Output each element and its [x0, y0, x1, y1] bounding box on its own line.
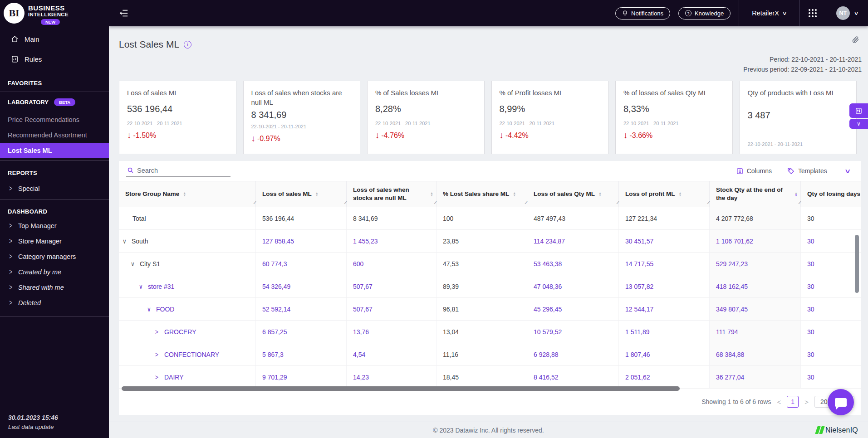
column-header[interactable]: Loss of sales Qty ML: [534, 190, 595, 198]
row-label[interactable]: City S1: [140, 260, 160, 268]
notifications-button[interactable]: Notifications: [615, 7, 670, 19]
chevron-down-icon[interactable]: ∨: [147, 305, 152, 313]
column-header[interactable]: Loss of sales ML: [262, 190, 312, 198]
cell[interactable]: 6 857,25: [256, 321, 347, 343]
apps-grid-icon[interactable]: [799, 9, 826, 17]
sidebar-item-rules[interactable]: Rules: [0, 49, 109, 69]
chevron-down-icon[interactable]: ∨: [131, 260, 136, 268]
sort-icon-active[interactable]: ▲▼: [794, 192, 798, 196]
info-icon[interactable]: i: [184, 41, 191, 49]
cell[interactable]: 1 106 701,62: [710, 230, 801, 252]
horizontal-scrollbar[interactable]: [122, 386, 680, 391]
chevron-right-icon[interactable]: >: [155, 350, 161, 358]
row-label[interactable]: FOOD: [156, 306, 174, 313]
cell[interactable]: 111 794: [710, 321, 801, 343]
vertical-scrollbar[interactable]: [855, 235, 859, 293]
cell[interactable]: 14,23: [347, 366, 436, 388]
collapse-table-chevron[interactable]: ∨: [844, 167, 851, 175]
page-number[interactable]: 1: [787, 396, 799, 408]
cell[interactable]: 10 579,52: [527, 321, 619, 343]
sort-icon[interactable]: ▲▼: [315, 192, 319, 196]
cell[interactable]: 1 455,23: [347, 230, 436, 252]
templates-button[interactable]: Templates: [787, 167, 827, 175]
row-label[interactable]: South: [132, 238, 148, 245]
column-header[interactable]: Loss of profit ML: [625, 190, 675, 198]
cell[interactable]: 30: [801, 298, 861, 320]
search-input[interactable]: [137, 167, 230, 174]
chevron-down-icon[interactable]: ∨: [139, 282, 144, 290]
cell[interactable]: 30: [801, 253, 861, 275]
chevron-down-icon[interactable]: ∨: [123, 237, 128, 245]
cell[interactable]: 1 807,46: [619, 343, 710, 365]
row-label[interactable]: DAIRY: [164, 374, 184, 381]
chat-button[interactable]: [828, 389, 854, 415]
cell[interactable]: 60 774,3: [256, 253, 347, 275]
cell[interactable]: 30: [801, 230, 861, 252]
column-resize-handle[interactable]: ∕∕: [525, 200, 526, 206]
cell[interactable]: 30: [801, 343, 861, 365]
sidebar-item-price-recommendations[interactable]: Price Recommendations: [0, 112, 109, 127]
sidebar-item-deleted[interactable]: > Deleted: [0, 295, 109, 311]
cell[interactable]: 5 867,3: [256, 343, 347, 365]
cell[interactable]: 30: [801, 321, 861, 343]
cell[interactable]: 1 511,89: [619, 321, 710, 343]
app-logo[interactable]: BI BUSINESS INTELLIGENCE NEW: [0, 0, 109, 29]
column-header[interactable]: % Lost Sales share ML: [443, 190, 509, 198]
cell[interactable]: 349 807,45: [710, 298, 801, 320]
sidebar-item-store-manager[interactable]: > Store Manager: [0, 234, 109, 249]
cell[interactable]: 52 592,14: [256, 298, 347, 320]
row-label[interactable]: GROCERY: [164, 328, 196, 336]
column-header[interactable]: Loss of sales when stocks are null ML: [353, 186, 427, 202]
sidebar-item-lost-sales-ml[interactable]: Lost Sales ML: [0, 143, 109, 158]
sort-icon[interactable]: ▲▼: [183, 192, 186, 196]
cell[interactable]: 30 451,57: [619, 230, 710, 252]
column-resize-handle[interactable]: ∕∕: [617, 200, 618, 206]
sidebar-item-recommended-assortment[interactable]: Recommended Assortment: [0, 127, 109, 143]
chevron-right-icon[interactable]: >: [155, 328, 161, 336]
cell[interactable]: 507,67: [347, 275, 436, 297]
cell[interactable]: 418 162,45: [710, 275, 801, 297]
column-resize-handle[interactable]: ∕∕: [799, 200, 800, 206]
cell[interactable]: 14 717,55: [619, 253, 710, 275]
sidebar-item-shared-with-me[interactable]: > Shared with me: [0, 280, 109, 295]
column-header[interactable]: Qty of losing days: [807, 190, 860, 198]
cell[interactable]: 127 858,45: [256, 230, 347, 252]
cell[interactable]: 13 057,82: [619, 275, 710, 297]
cell[interactable]: 507,67: [347, 298, 436, 320]
cell[interactable]: 54 326,49: [256, 275, 347, 297]
cell[interactable]: 53 463,38: [527, 253, 619, 275]
cell[interactable]: 529 247,23: [710, 253, 801, 275]
row-label[interactable]: CONFECTIONARY: [164, 351, 219, 358]
cell[interactable]: 36 277,04: [710, 366, 801, 388]
menu-fold-icon[interactable]: [119, 9, 129, 18]
cell[interactable]: 114 234,87: [527, 230, 619, 252]
sidebar-item-top-manager[interactable]: > Top Manager: [0, 218, 109, 234]
sort-icon[interactable]: ▲▼: [598, 192, 602, 196]
cell[interactable]: 600: [347, 253, 436, 275]
cell[interactable]: 12 544,17: [619, 298, 710, 320]
row-label[interactable]: store #31: [148, 283, 174, 290]
chevron-right-icon[interactable]: >: [155, 373, 161, 381]
cell[interactable]: 6 928,88: [527, 343, 619, 365]
column-resize-handle[interactable]: ∕∕: [708, 200, 709, 206]
sort-icon[interactable]: ▲▼: [430, 192, 433, 196]
link-icon[interactable]: [851, 35, 860, 44]
cell[interactable]: 8 416,52: [527, 366, 619, 388]
cell[interactable]: 47 048,36: [527, 275, 619, 297]
cell[interactable]: 30: [801, 275, 861, 297]
sidebar-item-special[interactable]: > Special: [0, 180, 109, 198]
cell[interactable]: 45 296,45: [527, 298, 619, 320]
column-header[interactable]: Store Group Name: [125, 190, 179, 198]
sort-icon[interactable]: ▲▼: [513, 192, 516, 196]
retailer-dropdown[interactable]: RetailerX ∨: [739, 10, 799, 17]
knowledge-button[interactable]: ? Knowledge: [678, 7, 731, 19]
collapse-cards-button[interactable]: ∨: [849, 119, 868, 129]
sidebar-item-main[interactable]: Main: [0, 29, 109, 49]
column-resize-handle[interactable]: ∕∕: [345, 200, 346, 206]
cell[interactable]: 30: [801, 366, 861, 388]
sort-icon[interactable]: ▲▼: [678, 192, 682, 196]
cell[interactable]: 9 701,29: [256, 366, 347, 388]
sidebar-item-created-by-me[interactable]: > Created by me: [0, 264, 109, 280]
sidebar-item-category-managers[interactable]: > Category managers: [0, 249, 109, 264]
kpi-settings-button[interactable]: [849, 103, 868, 118]
